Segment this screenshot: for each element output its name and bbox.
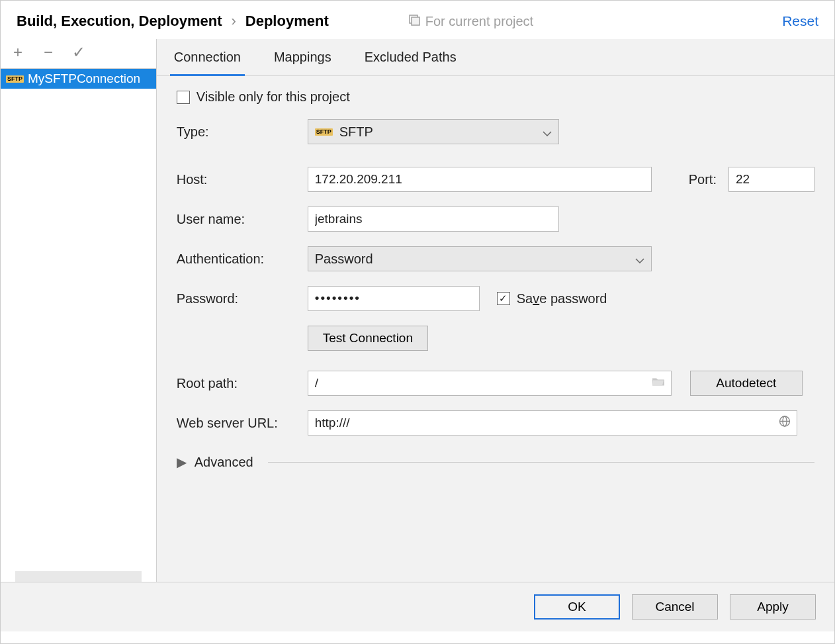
visible-only-label: Visible only for this project: [197, 89, 350, 105]
test-connection-button[interactable]: Test Connection: [308, 326, 428, 351]
tab-mappings[interactable]: Mappings: [270, 47, 335, 75]
ok-button[interactable]: OK: [534, 594, 620, 620]
settings-header: Build, Execution, Deployment › Deploymen…: [1, 1, 834, 39]
type-dropdown[interactable]: SFTP SFTP: [308, 119, 559, 144]
password-input[interactable]: [308, 286, 480, 311]
triangle-right-icon: ▶: [177, 454, 187, 470]
scope-hint: For current project: [408, 14, 533, 29]
breadcrumb-current: Deployment: [245, 13, 329, 30]
password-label: Password:: [177, 291, 296, 306]
check-icon[interactable]: ✓: [71, 43, 87, 62]
save-password-checkbox[interactable]: ✓ Save password: [497, 291, 607, 306]
sftp-icon: SFTP: [6, 75, 24, 83]
chevron-down-icon: [543, 124, 552, 140]
auth-dropdown[interactable]: Password: [308, 246, 652, 271]
add-icon[interactable]: +: [10, 43, 26, 62]
breadcrumb: Build, Execution, Deployment › Deploymen…: [17, 13, 329, 30]
divider: [268, 462, 814, 463]
apply-button[interactable]: Apply: [730, 594, 816, 620]
type-value: SFTP: [339, 124, 373, 140]
port-label: Port:: [689, 172, 717, 187]
save-password-label: Save password: [517, 291, 607, 306]
reset-link[interactable]: Reset: [782, 13, 818, 29]
visible-only-checkbox[interactable]: Visible only for this project: [177, 89, 350, 105]
sidebar-toolbar: + − ✓: [1, 39, 156, 69]
root-path-input[interactable]: [308, 371, 672, 396]
advanced-section-toggle[interactable]: ▶ Advanced: [177, 454, 814, 470]
remove-icon[interactable]: −: [40, 43, 56, 62]
port-input[interactable]: [728, 167, 814, 192]
sidebar-scrollbar[interactable]: [15, 571, 142, 582]
deployment-sidebar: + − ✓ SFTP MySFTPConnection: [1, 39, 157, 582]
chevron-down-icon: [635, 252, 644, 267]
tab-excluded-paths[interactable]: Excluded Paths: [361, 47, 461, 75]
dialog-footer: OK Cancel Apply: [1, 582, 834, 631]
host-input[interactable]: [308, 167, 652, 192]
autodetect-button[interactable]: Autodetect: [690, 371, 803, 396]
breadcrumb-parent[interactable]: Build, Execution, Deployment: [17, 13, 222, 30]
checkbox-icon: [177, 91, 190, 104]
tab-connection[interactable]: Connection: [170, 47, 245, 76]
username-label: User name:: [177, 212, 296, 227]
connection-form: Visible only for this project Type: SFTP…: [157, 76, 834, 483]
chevron-right-icon: ›: [231, 13, 236, 30]
folder-icon[interactable]: [652, 377, 665, 391]
sidebar-item-label: MySFTPConnection: [28, 71, 140, 86]
host-label: Host:: [177, 172, 296, 187]
root-path-label: Root path:: [177, 376, 296, 391]
sidebar-item-mysftp[interactable]: SFTP MySFTPConnection: [1, 69, 156, 89]
username-input[interactable]: [308, 207, 559, 232]
globe-icon[interactable]: [779, 416, 791, 431]
web-url-input[interactable]: [308, 410, 797, 436]
project-scope-icon: [408, 14, 420, 29]
checkbox-checked-icon: ✓: [497, 292, 510, 305]
svg-rect-1: [412, 17, 419, 25]
auth-value: Password: [315, 252, 373, 267]
auth-label: Authentication:: [177, 252, 296, 267]
type-label: Type:: [177, 124, 296, 140]
cancel-button[interactable]: Cancel: [632, 594, 718, 620]
web-url-label: Web server URL:: [177, 416, 296, 431]
sftp-icon: SFTP: [315, 128, 333, 136]
tabs: Connection Mappings Excluded Paths: [157, 39, 834, 76]
main-panel: Connection Mappings Excluded Paths Visib…: [157, 39, 834, 582]
